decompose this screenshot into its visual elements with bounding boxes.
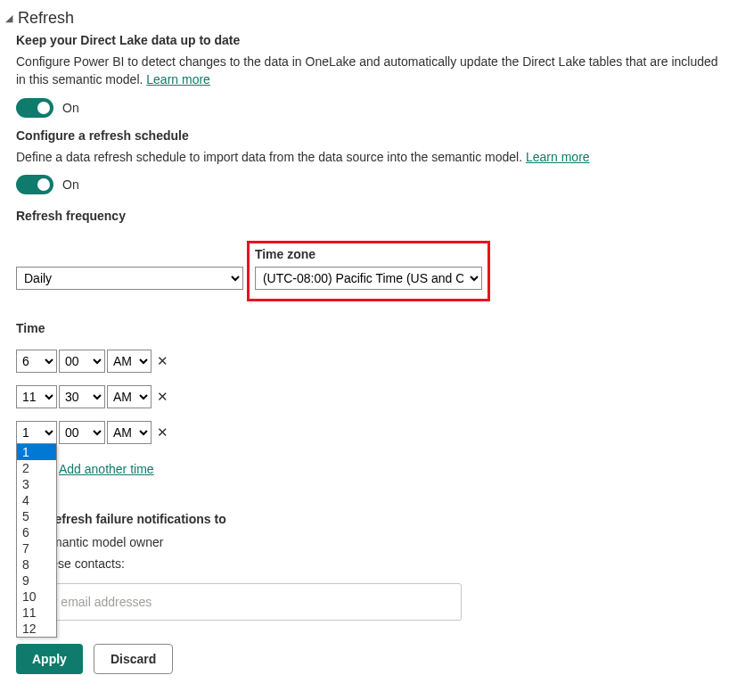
time-ampm-select[interactable]: AM: [107, 421, 152, 444]
time-hour-select[interactable]: 1: [16, 421, 57, 444]
hour-option[interactable]: 2: [17, 460, 56, 476]
schedule-learn-more-link[interactable]: Learn more: [526, 150, 590, 164]
time-minute-select[interactable]: 00: [59, 421, 105, 444]
direct-lake-learn-more-link[interactable]: Learn more: [146, 72, 210, 86]
contacts-email-input[interactable]: [16, 583, 462, 621]
remove-time-icon[interactable]: ✕: [157, 389, 168, 405]
discard-button[interactable]: Discard: [94, 644, 173, 674]
hour-option[interactable]: 10: [17, 589, 56, 605]
schedule-toggle-label: On: [62, 177, 79, 192]
direct-lake-toggle-label: On: [62, 101, 79, 115]
schedule-desc: Define a data refresh schedule to import…: [16, 148, 720, 166]
hour-option[interactable]: 11: [17, 605, 56, 621]
timezone-highlight-box: Time zone (UTC-08:00) Pacific Time (US a…: [247, 241, 490, 301]
frequency-select[interactable]: Daily: [16, 267, 243, 290]
time-minute-select[interactable]: 00: [59, 350, 105, 373]
apply-button[interactable]: Apply: [16, 644, 83, 674]
hour-option[interactable]: 1: [17, 444, 56, 460]
time-hour-select[interactable]: 11: [16, 385, 57, 408]
direct-lake-toggle[interactable]: [16, 98, 53, 118]
hour-option[interactable]: 12: [17, 621, 56, 637]
timezone-select[interactable]: (UTC-08:00) Pacific Time (US and Can: [255, 267, 482, 290]
hour-option[interactable]: 4: [17, 492, 56, 508]
chevron-down-icon[interactable]: ◢: [5, 12, 14, 24]
owner-checkbox-row[interactable]: Semantic model owner: [16, 535, 720, 549]
direct-lake-heading: Keep your Direct Lake data up to date: [16, 33, 720, 47]
time-row: 1 1 2 3 4 5 6 7 8 9 10 11 12 00 AM ✕: [16, 421, 720, 444]
time-row: 6 00 AM ✕: [16, 350, 720, 373]
hour-option[interactable]: 8: [17, 556, 56, 572]
hour-option[interactable]: 9: [17, 572, 56, 589]
remove-time-icon[interactable]: ✕: [157, 424, 168, 441]
contacts-checkbox-row[interactable]: These contacts:: [16, 556, 720, 571]
schedule-heading: Configure a refresh schedule: [16, 128, 720, 143]
hour-option[interactable]: 6: [17, 524, 56, 540]
schedule-desc-text: Define a data refresh schedule to import…: [16, 150, 526, 164]
time-hour-select[interactable]: 6: [16, 350, 57, 373]
add-time-link[interactable]: Add another time: [59, 462, 154, 476]
time-minute-select[interactable]: 30: [59, 385, 105, 408]
direct-lake-desc-text: Configure Power BI to detect changes to …: [16, 54, 718, 86]
timezone-label: Time zone: [255, 247, 482, 261]
remove-time-icon[interactable]: ✕: [157, 353, 168, 369]
frequency-label: Refresh frequency: [16, 209, 720, 223]
schedule-toggle[interactable]: [16, 175, 53, 194]
time-ampm-select[interactable]: AM: [107, 350, 152, 373]
section-title: Refresh: [18, 9, 74, 28]
hour-option[interactable]: 7: [17, 540, 56, 556]
notifications-heading: Send refresh failure notifications to: [16, 512, 720, 526]
hour-option[interactable]: 3: [17, 476, 56, 492]
time-ampm-select[interactable]: AM: [107, 385, 152, 408]
direct-lake-desc: Configure Power BI to detect changes to …: [16, 53, 720, 89]
time-label: Time: [16, 321, 720, 335]
time-row: 11 30 AM ✕: [16, 385, 720, 408]
hour-option[interactable]: 5: [17, 508, 56, 524]
hour-dropdown-list: 1 2 3 4 5 6 7 8 9 10 11 12: [16, 443, 57, 638]
